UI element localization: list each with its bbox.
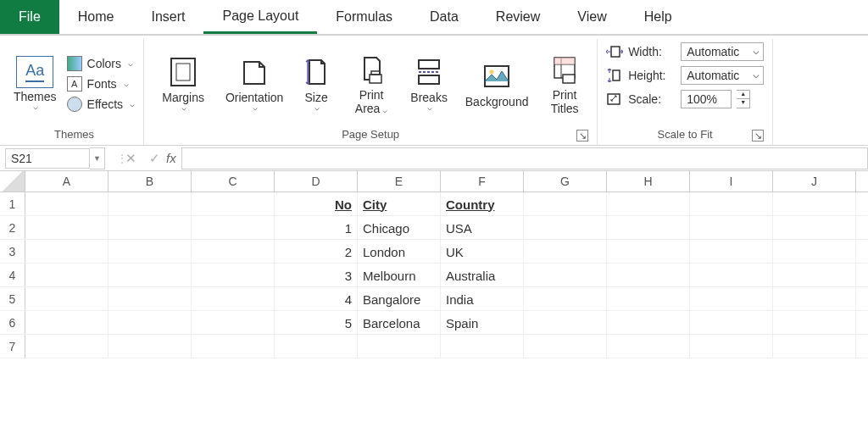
cell-F2[interactable]: USA — [441, 216, 524, 240]
enter-formula-button[interactable]: ✓ — [142, 151, 166, 166]
cell-J2[interactable] — [773, 216, 856, 240]
cell-F4[interactable]: Australia — [441, 264, 524, 287]
col-header-D[interactable]: D — [275, 171, 358, 192]
cell-J6[interactable] — [773, 311, 856, 335]
cell-I3[interactable] — [690, 240, 773, 264]
cell-A2[interactable] — [25, 216, 108, 240]
cell-J4[interactable] — [773, 264, 856, 287]
size-button[interactable]: Size⌵ — [295, 55, 337, 112]
col-header-B[interactable]: B — [108, 171, 192, 192]
tab-data[interactable]: Data — [411, 0, 477, 34]
fx-icon[interactable]: fx — [166, 151, 176, 165]
cancel-formula-button[interactable]: ✕ — [119, 151, 142, 166]
cell-E2[interactable]: Chicago — [358, 216, 441, 240]
name-box[interactable]: S21 — [5, 148, 90, 169]
cell-C5[interactable] — [192, 287, 275, 311]
cell-J1[interactable] — [773, 192, 856, 216]
cell-I6[interactable] — [690, 311, 773, 335]
tab-insert[interactable]: Insert — [132, 0, 203, 34]
cell-E5[interactable]: Bangalore — [358, 287, 441, 311]
cell-J5[interactable] — [773, 287, 856, 311]
cell-A6[interactable] — [25, 311, 108, 335]
orientation-button[interactable]: Orientation⌵ — [224, 55, 285, 112]
cell-B2[interactable] — [108, 216, 192, 240]
margins-button[interactable]: Margins⌵ — [153, 55, 214, 112]
cell-B6[interactable] — [108, 311, 192, 335]
cell-E7[interactable] — [358, 335, 441, 358]
cell-E6[interactable]: Barcelona — [358, 311, 441, 335]
row-header-7[interactable]: 7 — [0, 335, 25, 358]
cell-H4[interactable] — [607, 264, 690, 287]
cell-B3[interactable] — [108, 240, 192, 264]
col-header-I[interactable]: I — [690, 171, 773, 192]
col-header-C[interactable]: C — [192, 171, 275, 192]
cell-H1[interactable] — [607, 192, 690, 216]
cell-B5[interactable] — [108, 287, 192, 311]
tab-formulas[interactable]: Formulas — [317, 0, 411, 34]
row-header-4[interactable]: 4 — [0, 264, 25, 286]
fonts-button[interactable]: A Fonts⌵ — [67, 76, 136, 92]
cell-G6[interactable] — [524, 311, 607, 335]
scale-dialog-launcher[interactable]: ↘ — [752, 130, 764, 142]
cell-H2[interactable] — [607, 216, 690, 240]
page-setup-dialog-launcher[interactable]: ↘ — [576, 130, 588, 142]
cell-J7[interactable] — [773, 335, 856, 358]
scale-spinner[interactable]: ▲▼ — [737, 90, 750, 108]
spin-down-icon[interactable]: ▼ — [737, 99, 749, 108]
cell-C1[interactable] — [192, 192, 275, 216]
cell-B7[interactable] — [108, 335, 192, 358]
cell-A1[interactable] — [25, 192, 108, 216]
cell-A3[interactable] — [25, 240, 108, 264]
col-header-F[interactable]: F — [441, 171, 524, 192]
tab-view[interactable]: View — [559, 0, 625, 34]
row-header-1[interactable]: 1 — [0, 192, 25, 215]
cell-J3[interactable] — [773, 240, 856, 264]
width-select[interactable]: Automatic — [681, 42, 764, 61]
cell-H7[interactable] — [607, 335, 690, 358]
tab-home[interactable]: Home — [59, 0, 133, 34]
select-all-corner[interactable] — [0, 171, 25, 192]
cell-F3[interactable]: UK — [441, 240, 524, 264]
height-select[interactable]: Automatic — [681, 66, 764, 85]
print-area-button[interactable]: Print Area⌵ — [348, 53, 395, 115]
cell-D6[interactable]: 5 — [275, 311, 358, 335]
cell-I1[interactable] — [690, 192, 773, 216]
tab-help[interactable]: Help — [626, 0, 691, 34]
tab-review[interactable]: Review — [477, 0, 559, 34]
cell-B1[interactable] — [108, 192, 192, 216]
col-header-A[interactable]: A — [25, 171, 108, 192]
name-box-dropdown[interactable]: ▼ — [90, 147, 105, 169]
cell-G5[interactable] — [524, 287, 607, 311]
cell-I4[interactable] — [690, 264, 773, 287]
cell-D1[interactable]: No — [275, 192, 358, 216]
cell-F6[interactable]: Spain — [441, 311, 524, 335]
cell-B4[interactable] — [108, 264, 192, 287]
cell-E3[interactable]: London — [358, 240, 441, 264]
tab-page-layout[interactable]: Page Layout — [203, 0, 317, 34]
cell-A5[interactable] — [25, 287, 108, 311]
cell-E1[interactable]: City — [358, 192, 441, 216]
spin-up-icon[interactable]: ▲ — [737, 91, 749, 99]
cell-C6[interactable] — [192, 311, 275, 335]
col-header-G[interactable]: G — [524, 171, 607, 192]
cell-F1[interactable]: Country — [441, 192, 524, 216]
cell-G7[interactable] — [524, 335, 607, 358]
cell-D4[interactable]: 3 — [275, 264, 358, 287]
breaks-button[interactable]: Breaks⌵ — [405, 55, 453, 112]
cell-G1[interactable] — [524, 192, 607, 216]
cell-I7[interactable] — [690, 335, 773, 358]
cell-G2[interactable] — [524, 216, 607, 240]
scale-input[interactable]: 100% — [681, 90, 732, 108]
cell-H3[interactable] — [607, 240, 690, 264]
file-tab[interactable]: File — [0, 0, 59, 34]
cell-D5[interactable]: 4 — [275, 287, 358, 311]
print-titles-button[interactable]: Print Titles — [541, 53, 588, 115]
row-header-5[interactable]: 5 — [0, 287, 25, 310]
cell-D2[interactable]: 1 — [275, 216, 358, 240]
cell-A7[interactable] — [25, 335, 108, 358]
colors-button[interactable]: Colors⌵ — [67, 56, 136, 71]
cell-F5[interactable]: India — [441, 287, 524, 311]
cell-H5[interactable] — [607, 287, 690, 311]
formula-input[interactable] — [181, 147, 868, 169]
effects-button[interactable]: Effects⌵ — [67, 97, 136, 112]
